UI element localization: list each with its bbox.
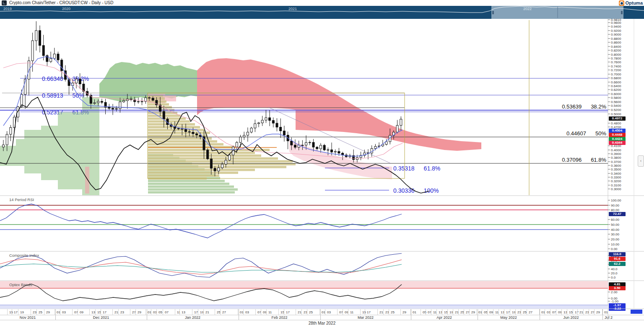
candle-body [269,118,271,121]
volume-profile-green-bar [148,180,225,182]
composite-teal-curve [0,264,402,272]
candle-body [400,119,402,125]
candle-body [316,147,318,149]
candle-body [61,60,63,71]
candle-body [334,151,336,152]
candle-body [301,145,304,145]
candle-body [309,142,311,143]
candle-body [312,142,314,147]
volume-profile-bar [148,103,169,106]
pink-top-rect-1 [165,96,176,101]
timeline-sparkline [0,6,644,13]
candle-body [319,145,322,149]
volume-profile-bar [148,169,255,171]
candle-body [294,145,296,147]
candle-body [305,142,307,145]
composite-panel-label: Composite Index [9,253,39,258]
candle-body [276,123,278,127]
candle-body [272,121,274,124]
candle-body [374,146,377,148]
candle-body [6,134,8,145]
candle-body [196,134,198,135]
candle-body [261,120,263,123]
candle-body [50,59,52,62]
volume-profile-bar [148,134,208,137]
volume-profile-bar [148,137,212,140]
volume-profile-bar [148,155,261,157]
candle-body [75,79,78,83]
pink-sliver [85,167,89,194]
volume-profile-bar [148,120,190,123]
candle-body [3,145,5,147]
collapse-panel-button[interactable]: ‹ [638,155,644,167]
candle-body [137,101,139,102]
candle-body [210,159,212,168]
candle-body [229,155,231,160]
optex-upper-band [0,281,608,289]
candle-body [148,98,151,98]
candle-body [338,151,340,153]
volume-profile-bar [148,166,286,168]
candle-body [239,137,242,142]
candle-body [42,46,44,56]
optuma-window: Crypto.com Chain/Tether - CROUSDT:CW - D… [0,0,644,328]
candle-body [396,125,398,132]
volume-profile-green-bar [148,183,229,185]
rsi-panel-label: 14 Period RSI [9,197,34,202]
candle-body [57,54,59,60]
candle-body [192,132,194,134]
candle-body [207,150,209,159]
candle-body [188,132,190,132]
optex-lower-band [0,305,608,309]
candle-body [108,107,110,108]
candle-body [371,149,373,153]
candle-body [181,129,183,129]
candle-body [35,31,37,41]
candle-body [115,108,117,109]
candle-body [258,123,260,124]
volume-profile-bar [148,158,278,160]
candle-body [93,103,96,103]
candle-body [119,102,121,108]
rsi-curve [0,204,402,238]
candle-body [254,124,256,128]
selected-date-label: 28th Mar 2022 [0,321,644,325]
candle-body [214,168,216,171]
candle-body [247,132,249,135]
candle-body [327,150,329,150]
candle-body [163,111,165,119]
candle-body [221,164,223,168]
volume-profile-bar [148,152,255,154]
volume-profile-green-bar [148,189,238,191]
volume-profile-bar [148,172,238,174]
candle-body [152,98,154,100]
volume-profile-bar [148,146,236,148]
candle-body [39,31,41,46]
candle-body [243,135,245,137]
candle-body [185,129,187,132]
candle-body [236,142,238,147]
chart-canvas[interactable] [0,0,644,328]
candle-body [323,145,325,150]
optex-panel-label: Optex Bands [9,282,32,287]
candle-body [31,41,34,61]
date-axis-end-marker [631,310,642,314]
candle-body [123,101,125,102]
candle-body [79,79,81,84]
volume-profile-bar [148,160,293,163]
volume-profile-bar [148,132,210,134]
volume-profile-green-bar [148,186,234,188]
volume-profile-green-bar [148,191,235,194]
volume-profile-bar [148,143,223,146]
candle-body [291,141,293,145]
candle-body [218,168,220,171]
candle-body [101,101,103,102]
candle-body [10,127,12,134]
candle-body [53,54,55,59]
candle-body [97,101,99,103]
candle-body [342,153,344,155]
candle-body [265,118,267,120]
candle-body [283,131,285,135]
candle-body [112,108,114,109]
candle-body [225,160,227,164]
